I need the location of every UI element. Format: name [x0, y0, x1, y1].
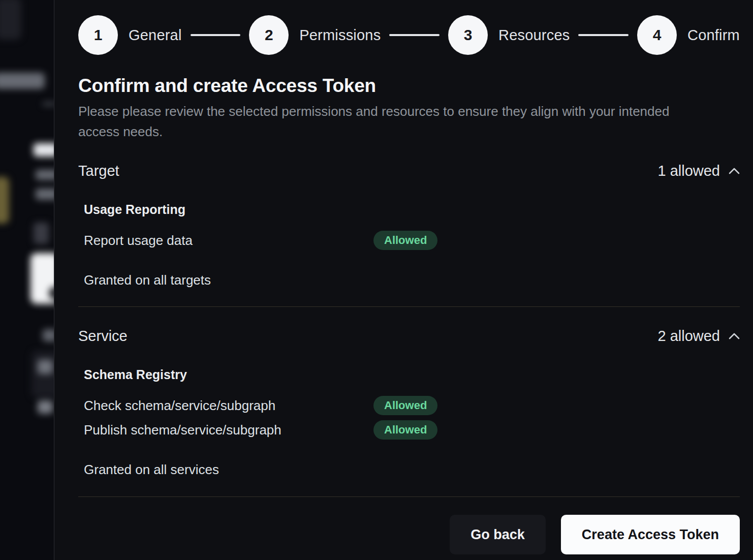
page-description: Please please review the selected permis… — [78, 101, 708, 142]
step-resources[interactable]: 3 Resources — [448, 15, 570, 55]
chevron-up-icon — [729, 333, 740, 339]
section-name: Service — [78, 328, 128, 345]
granted-note-target: Granted on all targets — [84, 272, 740, 288]
blurred-app-logo — [0, 0, 21, 40]
step-confirm[interactable]: 4 Confirm — [637, 15, 740, 55]
section-header-target: Target 1 allowed — [78, 163, 740, 179]
step-number-circle: 3 — [448, 15, 488, 55]
blurred-heading-text — [34, 143, 54, 157]
status-badge: Allowed — [373, 396, 437, 415]
section-name: Target — [78, 163, 119, 179]
group-title: Usage Reporting — [84, 202, 740, 217]
step-label: Confirm — [687, 27, 740, 44]
blurred-list-item-box — [32, 351, 54, 397]
step-number-circle: 2 — [249, 15, 289, 55]
step-permissions[interactable]: 2 Permissions — [249, 15, 381, 55]
step-label: Resources — [498, 27, 570, 44]
step-number: 2 — [265, 26, 273, 44]
step-label: General — [129, 27, 182, 44]
blurred-nav-label — [0, 73, 45, 89]
permission-label: Report usage data — [84, 233, 373, 248]
footer-divider — [78, 496, 740, 497]
create-access-token-button[interactable]: Create Access Token — [561, 515, 740, 554]
step-connector — [578, 34, 629, 36]
blurred-list-item-1 — [43, 329, 54, 341]
step-general[interactable]: 1 General — [78, 15, 182, 55]
permission-group-usage-reporting: Usage Reporting Report usage data Allowe… — [84, 202, 740, 250]
permission-row: Report usage data Allowed — [84, 231, 740, 250]
blurred-accent-blob — [0, 177, 9, 224]
backdrop-page — [0, 0, 54, 560]
blurred-subtext-1 — [36, 170, 54, 180]
blurred-divider — [43, 103, 54, 105]
section-header-service: Service 2 allowed — [78, 328, 740, 345]
allowed-count: 1 allowed — [657, 163, 720, 179]
blurred-list-item-3 — [38, 400, 53, 414]
page-title: Confirm and create Access Token — [78, 75, 740, 97]
section-divider — [78, 306, 740, 307]
permission-label: Publish schema/service/subgraph — [84, 422, 373, 438]
blurred-card — [30, 253, 54, 304]
step-number-circle: 4 — [637, 15, 677, 55]
step-number: 4 — [653, 26, 662, 44]
section-collapse-toggle-service[interactable]: 2 allowed — [657, 328, 740, 345]
create-access-token-panel: 1 General 2 Permissions 3 Resources 4 Co… — [54, 0, 753, 560]
step-label: Permissions — [299, 27, 381, 44]
chevron-up-icon — [729, 168, 740, 174]
step-number: 1 — [94, 26, 103, 44]
granted-note-service: Granted on all services — [84, 462, 740, 478]
section-collapse-toggle-target[interactable]: 1 allowed — [657, 163, 740, 179]
permission-label: Check schema/service/subgraph — [84, 398, 373, 414]
permission-group-schema-registry: Schema Registry Check schema/service/sub… — [84, 367, 740, 440]
blurred-subtext-2 — [36, 189, 54, 200]
blurred-icon — [34, 223, 49, 244]
step-connector — [191, 34, 241, 36]
wizard-stepper: 1 General 2 Permissions 3 Resources 4 Co… — [78, 15, 740, 55]
step-number-circle: 1 — [78, 15, 118, 55]
status-badge: Allowed — [373, 420, 437, 440]
permission-row: Check schema/service/subgraph Allowed — [84, 396, 740, 415]
go-back-button[interactable]: Go back — [450, 515, 546, 554]
group-title: Schema Registry — [84, 367, 740, 382]
allowed-count: 2 allowed — [657, 328, 720, 345]
step-number: 3 — [464, 26, 473, 44]
status-badge: Allowed — [373, 231, 437, 250]
permission-row: Publish schema/service/subgraph Allowed — [84, 420, 740, 440]
blurred-list-item-2 — [38, 360, 53, 374]
footer-actions: Go back Create Access Token — [78, 515, 740, 554]
step-connector — [389, 34, 440, 36]
